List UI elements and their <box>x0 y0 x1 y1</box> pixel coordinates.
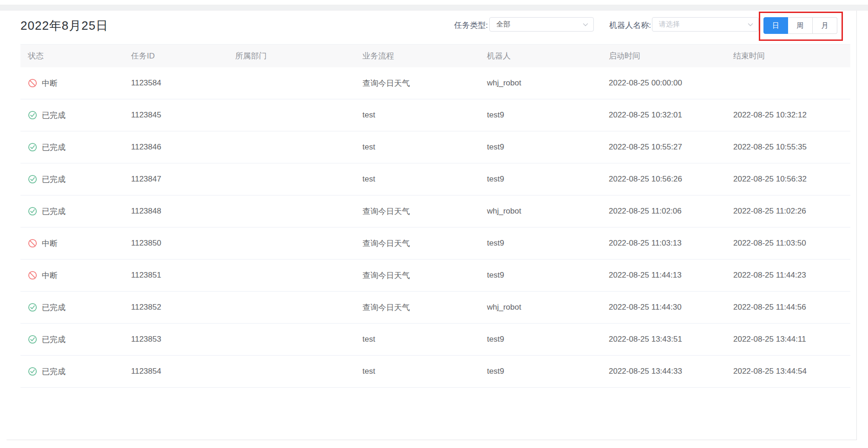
col-header-start-time: 启动时间 <box>601 45 726 67</box>
table-row[interactable]: 已完成 1123853 test test9 2022-08-25 13:43:… <box>20 324 850 356</box>
start-time-cell: 2022-08-25 11:03:13 <box>601 227 726 259</box>
robot-cell: test9 <box>480 163 601 195</box>
task-id-cell: 1123847 <box>124 163 228 195</box>
task-id-cell: 1123854 <box>124 356 228 387</box>
interrupted-icon <box>28 239 37 248</box>
status-icon <box>28 303 37 312</box>
status-cell: 已完成 <box>20 195 124 227</box>
status-label: 已完成 <box>42 142 66 153</box>
page-title: 2022年8月25日 <box>20 18 108 34</box>
col-header-task-id: 任务ID <box>124 45 228 67</box>
period-toggle-group: 日 周 月 <box>763 17 837 34</box>
col-header-robot: 机器人 <box>480 45 601 67</box>
process-cell: test <box>355 163 480 195</box>
task-id-cell: 1123853 <box>124 324 228 355</box>
task-id-cell: 1123850 <box>124 227 228 259</box>
start-time-cell: 2022-08-25 10:32:01 <box>601 99 726 131</box>
status-cell: 中断 <box>20 67 124 99</box>
process-cell: test <box>355 324 480 355</box>
status-label: 已完成 <box>42 110 66 121</box>
table-row[interactable]: 已完成 1123852 查询今日天气 whj_robot 2022-08-25 … <box>20 292 850 324</box>
task-id-cell: 1123846 <box>124 131 228 163</box>
toggle-month-button[interactable]: 月 <box>813 17 837 34</box>
chevron-down-icon <box>747 21 754 28</box>
table-row[interactable]: 已完成 1123854 test test9 2022-08-25 13:44:… <box>20 356 850 388</box>
start-time-cell: 2022-08-25 13:44:33 <box>601 356 726 387</box>
start-time-cell: 2022-08-25 11:44:30 <box>601 292 726 323</box>
task-id-cell: 1123845 <box>124 99 228 131</box>
robot-cell: test9 <box>480 356 601 387</box>
end-time-cell <box>726 67 850 99</box>
robot-cell: test9 <box>480 99 601 131</box>
status-icon <box>28 78 37 88</box>
robot-cell: test9 <box>480 324 601 355</box>
status-label: 中断 <box>42 78 58 89</box>
status-cell: 已完成 <box>20 99 124 131</box>
start-time-cell: 2022-08-25 10:55:27 <box>601 131 726 163</box>
start-time-cell: 2022-08-25 11:44:13 <box>601 260 726 291</box>
task-id-cell: 1123584 <box>124 67 228 99</box>
department-cell <box>228 131 355 163</box>
col-header-status: 状态 <box>20 45 124 67</box>
toggle-day-button[interactable]: 日 <box>763 17 788 34</box>
status-label: 已完成 <box>42 366 66 377</box>
status-icon <box>28 175 37 184</box>
department-cell <box>228 260 355 291</box>
table-row[interactable]: 已完成 1123846 test test9 2022-08-25 10:55:… <box>20 131 850 163</box>
end-time-cell: 2022-08-25 11:02:26 <box>726 195 850 227</box>
robot-name-select[interactable]: 请选择 <box>652 17 759 32</box>
completed-icon <box>28 110 37 120</box>
start-time-cell: 2022-08-25 11:02:06 <box>601 195 726 227</box>
process-cell: test <box>355 131 480 163</box>
status-icon <box>28 335 37 344</box>
status-cell: 已完成 <box>20 356 124 387</box>
interrupted-icon <box>28 78 37 88</box>
table-body: 中断 1123584 查询今日天气 whj_robot 2022-08-25 0… <box>20 67 850 388</box>
robot-cell: test9 <box>480 260 601 291</box>
chevron-down-icon <box>582 21 589 28</box>
status-cell: 已完成 <box>20 163 124 195</box>
task-type-select[interactable]: 全部 <box>489 17 594 32</box>
status-cell: 已完成 <box>20 131 124 163</box>
department-cell <box>228 99 355 131</box>
robot-name-label: 机器人名称: <box>603 20 651 31</box>
end-time-cell: 2022-08-25 11:44:56 <box>726 292 850 323</box>
table-row[interactable]: 中断 1123851 查询今日天气 test9 2022-08-25 11:44… <box>20 260 850 292</box>
toggle-week-button[interactable]: 周 <box>788 17 813 34</box>
status-icon <box>28 271 37 280</box>
completed-icon <box>28 175 37 184</box>
department-cell <box>228 324 355 355</box>
status-icon <box>28 367 37 376</box>
table-row[interactable]: 已完成 1123847 test test9 2022-08-25 10:56:… <box>20 163 850 195</box>
start-time-cell: 2022-08-25 00:00:00 <box>601 67 726 99</box>
department-cell <box>228 163 355 195</box>
status-label: 已完成 <box>42 334 66 345</box>
robot-name-placeholder: 请选择 <box>659 20 747 29</box>
status-label: 中断 <box>42 238 58 249</box>
process-cell: 查询今日天气 <box>355 260 480 291</box>
status-label: 中断 <box>42 270 58 281</box>
department-cell <box>228 67 355 99</box>
department-cell <box>228 356 355 387</box>
completed-icon <box>28 207 37 216</box>
end-time-cell: 2022-08-25 13:44:54 <box>726 356 850 387</box>
table-row[interactable]: 中断 1123584 查询今日天气 whj_robot 2022-08-25 0… <box>20 67 850 99</box>
table-row[interactable]: 中断 1123850 查询今日天气 test9 2022-08-25 11:03… <box>20 227 850 260</box>
table-row[interactable]: 已完成 1123845 test test9 2022-08-25 10:32:… <box>20 99 850 131</box>
process-cell: test <box>355 356 480 387</box>
table-row[interactable]: 已完成 1123848 查询今日天气 whj_robot 2022-08-25 … <box>20 195 850 227</box>
process-cell: 查询今日天气 <box>355 292 480 323</box>
status-label: 已完成 <box>42 174 66 185</box>
completed-icon <box>28 335 37 344</box>
col-header-process: 业务流程 <box>355 45 480 67</box>
robot-cell: whj_robot <box>480 292 601 323</box>
department-cell <box>228 195 355 227</box>
department-cell <box>228 227 355 259</box>
robot-cell: whj_robot <box>480 67 601 99</box>
end-time-cell: 2022-08-25 10:55:35 <box>726 131 850 163</box>
status-cell: 中断 <box>20 227 124 259</box>
end-time-cell: 2022-08-25 10:32:12 <box>726 99 850 131</box>
page-top-band <box>0 5 868 11</box>
end-time-cell: 2022-08-25 13:44:11 <box>726 324 850 355</box>
content-card: 2022年8月25日 任务类型: 全部 机器人名称: 请选择 日 周 月 状态 … <box>7 11 857 440</box>
